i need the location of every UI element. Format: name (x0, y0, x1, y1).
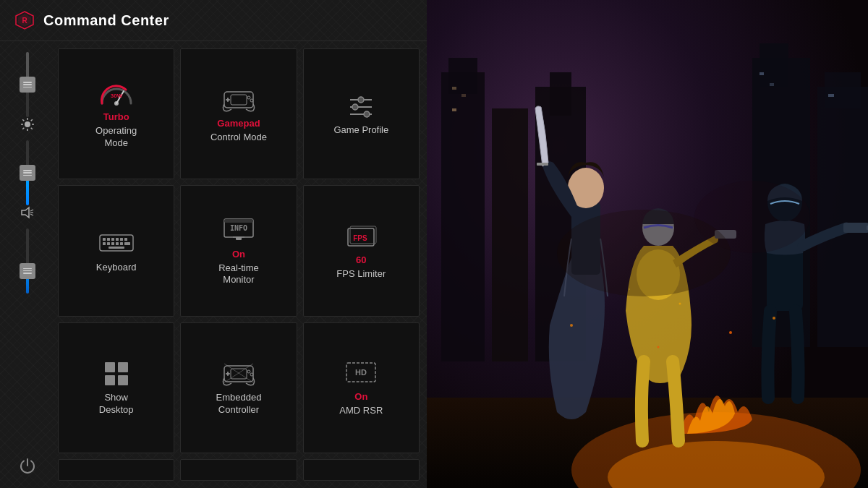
sidebar (0, 41, 54, 488)
show-desktop-cell[interactable]: ShowDesktop (58, 322, 174, 453)
grid-area: 30W Turbo OperatingMode (54, 41, 427, 488)
svg-line-15 (30, 214, 33, 215)
svg-marker-12 (22, 207, 29, 218)
fps-limiter-label: FPS Limiter (336, 268, 386, 281)
speedometer-icon: 30W (98, 78, 135, 107)
game-scene (427, 0, 868, 488)
right-panel (427, 0, 868, 488)
windows-icon (98, 359, 135, 388)
rog-logo-icon: R (14, 10, 35, 30)
svg-rect-38 (103, 242, 106, 245)
svg-rect-79 (452, 108, 456, 111)
svg-rect-70 (492, 108, 528, 361)
keyboard-label: Keyboard (96, 262, 137, 274)
embedded-controller-label: EmbeddedController (216, 392, 262, 416)
keyboard-cell[interactable]: Keyboard (58, 185, 174, 316)
svg-rect-62 (227, 372, 229, 376)
svg-point-103 (694, 181, 810, 253)
realtime-monitor-label: Real-timeMonitor (218, 262, 259, 287)
svg-rect-75 (817, 87, 868, 347)
game-profile-cell[interactable]: Game Profile (303, 48, 420, 179)
svg-rect-35 (116, 238, 119, 241)
svg-rect-40 (111, 242, 114, 245)
svg-rect-34 (111, 238, 114, 241)
gamepad-cell[interactable]: Gamepad Control Mode (180, 48, 297, 179)
svg-rect-41 (116, 242, 119, 245)
embedded-controller-cell[interactable]: EmbeddedController (180, 322, 297, 453)
svg-rect-43 (124, 242, 130, 245)
svg-rect-72 (550, 72, 571, 116)
svg-text:INFO: INFO (230, 224, 247, 232)
show-desktop-label: ShowDesktop (99, 392, 134, 416)
svg-point-97 (679, 303, 681, 305)
brightness-slider-track (26, 140, 29, 205)
brightness-icon (20, 117, 35, 134)
svg-line-11 (22, 128, 24, 129)
svg-rect-24 (227, 98, 229, 102)
svg-point-28 (358, 97, 364, 103)
volume-slider-track (26, 228, 29, 294)
game-profile-label: Game Profile (333, 124, 388, 137)
svg-point-98 (729, 331, 732, 334)
monitor-status: On (232, 249, 245, 260)
volume-icon (20, 205, 35, 223)
svg-rect-32 (103, 238, 106, 241)
top-slider-track (26, 52, 29, 117)
brightness-slider-section (20, 117, 35, 205)
svg-rect-20 (231, 95, 247, 105)
svg-text:R: R (22, 17, 27, 25)
fps-limiter-cell[interactable]: FPS 60 FPS Limiter (303, 185, 420, 316)
svg-rect-44 (109, 247, 124, 249)
svg-rect-47 (224, 219, 253, 223)
svg-rect-55 (105, 375, 115, 385)
svg-text:HD: HD (355, 368, 367, 377)
svg-rect-39 (107, 242, 110, 245)
svg-rect-94 (843, 223, 868, 233)
svg-rect-54 (118, 362, 128, 372)
amd-rsr-label: AMD RSR (339, 405, 383, 417)
svg-point-29 (352, 104, 358, 110)
realtime-monitor-cell[interactable]: INFO On Real-timeMonitor (180, 185, 297, 316)
fps-icon: FPS (343, 221, 379, 250)
svg-rect-53 (105, 362, 115, 372)
svg-point-100 (773, 317, 775, 320)
grid-row-1: 30W Turbo OperatingMode (58, 48, 420, 179)
svg-rect-58 (231, 369, 247, 379)
svg-rect-76 (825, 72, 861, 108)
svg-point-3 (25, 121, 30, 127)
main-content: 30W Turbo OperatingMode (0, 41, 427, 488)
svg-text:30W: 30W (110, 93, 122, 99)
svg-line-8 (22, 119, 24, 121)
svg-rect-77 (452, 87, 456, 90)
partial-cell-3 (303, 459, 420, 481)
volume-slider-thumb[interactable] (20, 263, 35, 279)
top-slider-thumb[interactable] (20, 77, 35, 93)
app-title: Command Center (43, 12, 169, 29)
top-slider-section (26, 52, 29, 117)
gamepad-icon (221, 85, 257, 114)
svg-rect-36 (120, 238, 123, 241)
svg-rect-49 (236, 237, 242, 240)
svg-rect-82 (828, 94, 834, 97)
grid-row-partial (58, 459, 420, 481)
operating-mode-cell[interactable]: 30W Turbo OperatingMode (58, 48, 174, 179)
svg-line-10 (30, 119, 32, 121)
amd-rsr-cell[interactable]: HD On AMD RSR (303, 322, 420, 453)
operating-mode-label: OperatingMode (95, 125, 137, 150)
fps-status: 60 (356, 254, 366, 265)
svg-rect-78 (461, 94, 466, 97)
keyboard-icon (98, 228, 135, 257)
embedded-controller-icon (221, 359, 257, 388)
left-panel: R Command Center (0, 0, 427, 488)
brightness-slider-thumb[interactable] (20, 165, 35, 181)
svg-point-59 (247, 370, 250, 373)
svg-rect-56 (118, 375, 128, 385)
power-button[interactable] (19, 457, 36, 477)
svg-rect-33 (107, 238, 110, 241)
partial-cell-1 (58, 459, 174, 481)
svg-rect-37 (124, 238, 127, 241)
svg-point-101 (658, 346, 660, 348)
svg-text:FPS: FPS (354, 234, 368, 242)
grid-row-3: ShowDesktop (58, 322, 420, 453)
volume-slider-section (20, 205, 35, 294)
